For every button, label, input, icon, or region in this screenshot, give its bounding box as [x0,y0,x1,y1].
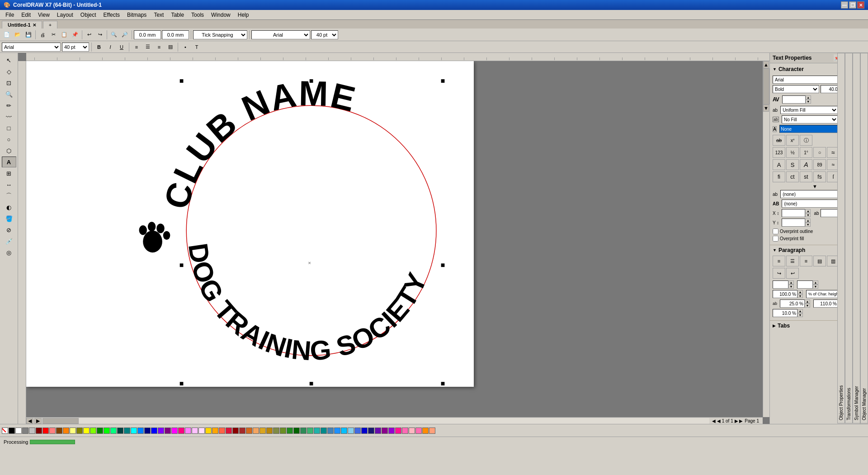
menu-effects[interactable]: Effects [100,11,123,19]
after-para-input[interactable] [813,299,838,308]
scroll-down-btn[interactable]: ▼ [763,104,769,112]
menu-file[interactable]: File [2,11,18,19]
palette-color-43[interactable] [300,428,307,434]
palette-color-56[interactable] [388,428,395,434]
palette-color-34[interactable] [239,428,245,434]
ordinals-btn[interactable]: 123 [773,147,785,158]
palette-color-46[interactable] [321,428,327,434]
palette-color-50[interactable] [348,428,354,434]
table-tool[interactable]: ⊞ [2,168,16,179]
palette-color-16[interactable] [117,428,123,434]
menu-window[interactable]: Window [208,11,234,19]
zoom-out-button[interactable]: 🔎 [120,30,130,40]
text-frame-button[interactable]: T [192,42,202,52]
print-button[interactable]: 🖨 [38,30,47,40]
object-manager-tab[interactable]: Object Manager [860,53,868,423]
minimize-button[interactable]: — [841,1,848,9]
ligature-fs-btn[interactable]: fs [813,171,826,182]
palette-color-57[interactable] [395,428,401,434]
fill-tool[interactable]: 🪣 [2,213,16,224]
menu-text[interactable]: Text [150,11,167,19]
polygon-tool[interactable]: ⬡ [2,145,16,156]
horizontal-scrollbar[interactable]: ◀ ▶ ◀ ◀ 1 of 1 ▶ ▶ Page 1 [26,417,763,424]
y-offset-up[interactable]: ▲ [805,218,811,223]
ind-up[interactable]: ▲ [797,309,803,313]
fractions-btn[interactable]: ½ [786,147,799,158]
para-align-center[interactable]: ☰ [786,256,799,266]
palette-color-33[interactable] [232,428,239,434]
ls-up2[interactable]: ▲ [813,280,818,285]
x-offset-input[interactable] [782,209,805,217]
crop-tool[interactable]: ⊡ [2,77,16,88]
tab-untitled1[interactable]: Untitled-1 ✕ [2,21,42,28]
lsp-up[interactable]: ▲ [797,290,803,294]
palette-color-9[interactable] [70,428,76,434]
palette-color-18[interactable] [131,428,137,434]
italic-a-btn[interactable]: A [800,159,812,170]
cut-button[interactable]: ✂ [48,30,58,40]
kerning-up[interactable]: ▲ [806,95,811,100]
smart-fill-tool[interactable]: ⊘ [2,224,16,235]
zoom-tool[interactable]: 🔍 [2,89,16,100]
highlight-input[interactable] [779,125,842,133]
palette-color-0[interactable] [9,428,15,434]
undo-button[interactable]: ↩ [84,30,94,40]
menu-tools[interactable]: Tools [188,11,208,19]
para-indent-left[interactable]: ↪ [773,268,785,279]
palette-color-40[interactable] [280,428,286,434]
new-button[interactable]: 📄 [2,30,12,40]
ellipse-tool[interactable]: ○ [2,134,16,145]
palette-color-12[interactable] [90,428,96,434]
before-para-input[interactable] [780,299,805,308]
overprint-outline-checkbox[interactable] [773,228,778,234]
menu-help[interactable]: Help [234,11,253,19]
connector-tool[interactable]: ⌒ [2,190,16,201]
palette-color-45[interactable] [314,428,320,434]
align-right-button[interactable]: ≡ [154,42,164,52]
menu-view[interactable]: View [34,11,53,19]
palette-color-27[interactable] [192,428,198,434]
stylistic-btn[interactable]: 1° [800,147,812,158]
eyedropper-tool[interactable]: 💉 [2,236,16,247]
palette-color-19[interactable] [137,428,144,434]
kerning-down[interactable]: ▼ [806,100,811,104]
parallel-dim-tool[interactable]: ↔ [2,179,16,190]
font-size-select[interactable]: 40 pt [62,43,89,52]
y-coord-input[interactable] [162,30,189,39]
small-caps-a-btn[interactable]: A [773,159,785,170]
object-properties-tab[interactable]: Object Properties [837,53,845,423]
scroll-left-btn[interactable]: ◀ [26,418,33,424]
menu-bitmaps[interactable]: Bitmaps [123,11,150,19]
scroll-up-btn[interactable]: ▲ [763,61,769,68]
v-scroll-track[interactable] [763,68,769,104]
italic-button[interactable]: I [105,42,115,52]
palette-color-4[interactable] [36,428,42,434]
palette-color-3[interactable] [29,428,35,434]
palette-color-26[interactable] [185,428,191,434]
x-offset-up[interactable]: ▲ [805,209,811,213]
palette-color-7[interactable] [56,428,62,434]
bold-button[interactable]: B [94,42,104,52]
line-spacing-input2[interactable] [797,280,813,289]
tab-new[interactable]: + [43,21,57,28]
palette-color-47[interactable] [327,428,334,434]
open-button[interactable]: 📂 [13,30,23,40]
tab-close-button[interactable]: ✕ [33,23,36,28]
palette-color-14[interactable] [104,428,110,434]
palette-color-58[interactable] [402,428,408,434]
ordinal-num-btn[interactable]: 89 [813,159,826,170]
circle-btn[interactable]: ○ [813,147,826,158]
outline-type-select[interactable]: No Fill [782,115,838,124]
text-tool[interactable]: A [2,157,16,167]
ls-down2[interactable]: ▼ [813,285,818,289]
palette-color-51[interactable] [354,428,361,434]
palette-color-53[interactable] [368,428,374,434]
scroll-right-btn[interactable]: ▶ [34,418,42,424]
v-scroll-thumb[interactable] [763,68,769,104]
fill-type-select[interactable]: Uniform Fill [780,106,838,114]
outline-tool[interactable]: ◎ [2,247,16,258]
canvas-viewport[interactable]: CLUB NAME DOG TRAINING SOCIETY × [26,61,769,414]
palette-color-55[interactable] [382,428,388,434]
overprint-fill-checkbox[interactable] [773,236,778,242]
symbol-manager-tab[interactable]: Symbol Manager [853,53,860,423]
